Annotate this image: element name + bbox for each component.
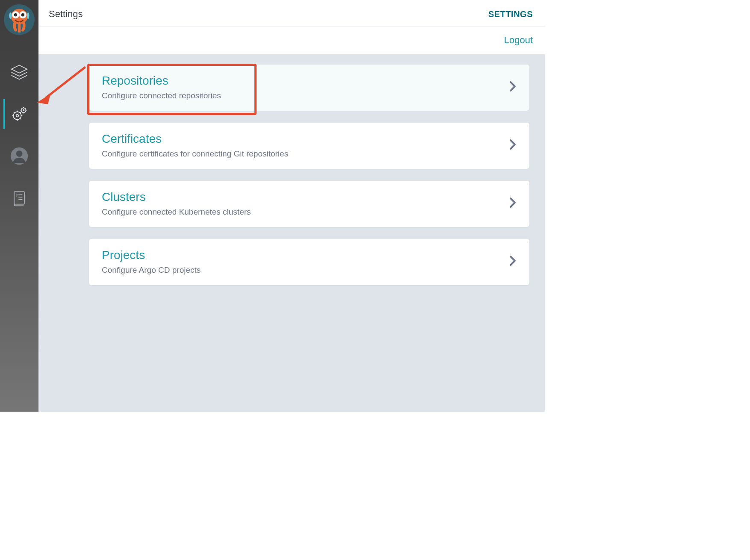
sidebar: ?	[0, 0, 38, 412]
svg-point-9	[16, 115, 18, 117]
svg-point-6	[27, 12, 30, 19]
logout-link[interactable]: Logout	[504, 35, 533, 46]
card-title: Projects	[102, 248, 500, 262]
argo-octopus-icon	[6, 7, 32, 32]
svg-line-17	[20, 112, 21, 113]
settings-card-repositories[interactable]: Repositories Configure connected reposit…	[89, 65, 529, 111]
page-title: Settings	[49, 9, 83, 20]
svg-point-19	[23, 109, 24, 111]
card-desc: Configure certificates for connecting Gi…	[102, 149, 500, 159]
layers-icon	[10, 63, 29, 82]
svg-line-16	[14, 118, 15, 119]
svg-point-4	[21, 13, 25, 17]
gears-icon	[10, 105, 29, 124]
svg-marker-7	[12, 65, 27, 73]
chevron-right-icon	[509, 139, 517, 152]
settings-card-clusters[interactable]: Clusters Configure connected Kubernetes …	[89, 181, 529, 227]
main: Settings SETTINGS Logout Repositories Co…	[38, 0, 545, 412]
card-text: Repositories Configure connected reposit…	[102, 74, 500, 100]
logout-row: Logout	[38, 27, 545, 54]
svg-point-5	[9, 12, 12, 19]
sidebar-item-settings[interactable]	[0, 93, 38, 135]
settings-card-projects[interactable]: Projects Configure Argo CD projects	[89, 239, 529, 285]
sidebar-item-user[interactable]	[0, 135, 38, 177]
docs-icon: ?	[10, 189, 29, 207]
svg-point-18	[21, 108, 26, 112]
svg-line-14	[14, 112, 15, 113]
sidebar-item-docs[interactable]: ?	[0, 177, 38, 219]
content: Repositories Configure connected reposit…	[38, 54, 545, 412]
card-title: Certificates	[102, 132, 500, 146]
card-text: Projects Configure Argo CD projects	[102, 248, 500, 275]
card-desc: Configure Argo CD projects	[102, 265, 500, 275]
svg-point-3	[14, 13, 18, 17]
breadcrumb[interactable]: SETTINGS	[488, 9, 533, 19]
card-text: Certificates Configure certificates for …	[102, 132, 500, 159]
chevron-right-icon	[509, 81, 517, 94]
card-title: Repositories	[102, 74, 500, 88]
svg-line-15	[20, 118, 21, 119]
svg-point-25	[16, 150, 23, 157]
svg-text:?: ?	[16, 194, 18, 197]
chevron-right-icon	[509, 197, 517, 210]
chevron-right-icon	[509, 255, 517, 268]
topbar: Settings SETTINGS	[38, 0, 545, 27]
argo-logo[interactable]	[4, 4, 35, 35]
settings-card-certificates[interactable]: Certificates Configure certificates for …	[89, 123, 529, 169]
sidebar-item-applications[interactable]	[0, 51, 38, 93]
card-desc: Configure connected Kubernetes clusters	[102, 207, 500, 217]
card-title: Clusters	[102, 190, 500, 204]
user-icon	[10, 147, 29, 165]
card-text: Clusters Configure connected Kubernetes …	[102, 190, 500, 217]
card-desc: Configure connected repositories	[102, 91, 500, 100]
